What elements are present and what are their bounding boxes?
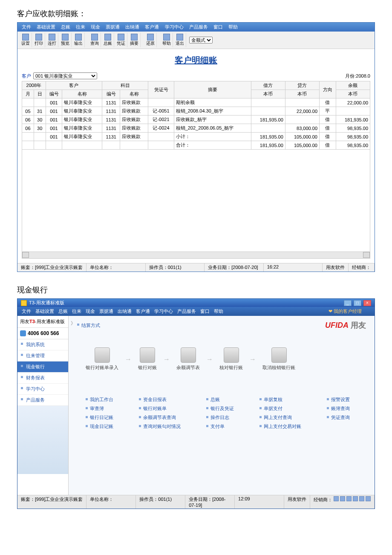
tool-gl[interactable]: 总账 [102,33,114,47]
workflow-step-4[interactable]: 取消核销银行账 [262,347,295,371]
workflow-step-3[interactable]: 核对银行账 [219,347,243,371]
menu-help[interactable]: 帮助 [228,24,238,29]
horizontal-scrollbar[interactable] [22,252,370,259]
ime-tray[interactable] [334,496,371,501]
menu-cash[interactable]: 现金 [91,24,100,29]
quick-link[interactable]: 我的工作台 [86,396,113,403]
display-mode-select[interactable]: 金额式 [189,37,213,43]
menu2-file[interactable]: 文件 [22,308,31,315]
quick-link[interactable]: 银行及凭证 [206,405,234,412]
tool-query[interactable]: 查询 [89,33,101,47]
menu-basic[interactable]: 基础设置 [37,24,55,29]
menu2-customer[interactable]: 客户通 [136,308,150,315]
tool-print[interactable]: 打印 [33,33,45,47]
scroll-left-icon[interactable] [22,252,29,258]
menu-customer[interactable]: 客户通 [145,24,159,29]
tool-output[interactable]: 输出 [72,33,85,47]
menu-bill[interactable]: 票据通 [106,24,120,29]
menu2-service[interactable]: 产品服务 [177,308,196,315]
table-row[interactable]: 合计：181,935.00105,000.00借98,935.00 [22,141,370,150]
menu2-cashier[interactable]: 出纳通 [118,308,132,315]
tool-batch-print[interactable]: 连打 [46,33,58,47]
table-row[interactable]: 0630001银川泰隆实业1131应收账款记-0024核销_202_2008.0… [22,124,370,133]
status-bar-1: 账套：[999]工业企业演示账套 单位名称： 操作员：001(1) 业务日期：[… [17,263,375,272]
table-row[interactable]: 001银川泰隆实业1131应收账款小计：181,935.00105,000.00… [22,133,370,141]
settlement-method-link[interactable]: 结算方式 [77,322,100,329]
quick-link[interactable]: 报警设置 [327,396,350,403]
workflow-step-1[interactable]: 银行对账 [138,347,157,371]
menu-window[interactable]: 窗口 [213,24,223,29]
tool-help[interactable]: 帮助 [161,33,173,47]
table-row[interactable]: 0630001银川泰隆实业1131应收账款记-0021应收账款_杨宇181,93… [22,116,370,124]
sidebar-item-0[interactable]: 我的系统 [17,339,68,350]
workflow-step-0[interactable]: 银行对账单录入 [86,347,118,371]
quick-link[interactable]: 资金日报表 [139,396,181,403]
sidebar-item-4[interactable]: 学习中心 [17,384,68,395]
arrow-icon: → [206,356,213,363]
link-column-1: 资金日报表银行对账单余额调节表查询查询对账勾对情况 [139,396,181,430]
sidebar-item-2[interactable]: 现金银行 [17,361,68,373]
sidebar-item-5[interactable]: 产品服务 [17,395,68,406]
scroll-right-icon[interactable] [363,252,370,258]
quick-link[interactable]: 操作日志 [206,414,234,421]
quick-link[interactable]: 查询对账勾对情况 [139,423,181,430]
exit-icon [176,34,183,40]
sidebar-brand: 用友T3-用友通标准版 [17,316,68,328]
menu2-gl[interactable]: 总账 [58,308,68,315]
table-row[interactable]: 0531001银川泰隆实业1131应收账款记-0051核销_2008.04.30… [22,107,370,116]
quick-link[interactable]: 现金日记账 [86,423,113,430]
workflow-step-2[interactable]: 余额调节表 [176,347,200,371]
quick-link[interactable]: 凭证查询 [327,414,350,421]
quick-link[interactable]: 银行对账单 [139,405,181,412]
menu2-bill[interactable]: 票据通 [99,308,113,315]
menu2-basic[interactable]: 基础设置 [35,308,54,315]
quick-link[interactable]: 单据支付 [259,405,301,412]
status-bizdate: 业务日期：[2008-07-20] [205,263,263,272]
quick-link[interactable]: 审查簿 [86,405,113,412]
menu2-window[interactable]: 窗口 [200,308,210,315]
menu-gl[interactable]: 总账 [61,24,70,29]
ufida-logo: UFIDA 用友 [325,320,366,330]
quick-link[interactable]: 支付单 [206,423,234,430]
quick-link[interactable]: 账簿查询 [327,405,350,412]
filter-row: 客户 001 银川泰隆实业 月份: 2008.0 [22,72,370,79]
sidebar-phone: 4006 600 566 [17,328,68,339]
quick-link[interactable]: 网上支付查询 [259,414,301,421]
menu-learn[interactable]: 学习中心 [165,24,184,29]
quick-link[interactable]: 银行日记账 [86,414,113,421]
tool-exit[interactable]: 退出 [174,33,186,47]
my-account-manager-link[interactable]: ❤ 我的客户经理 [329,308,366,315]
menu2-ar[interactable]: 往来 [72,308,81,315]
tool-summary[interactable]: 摘要 [128,33,141,47]
menu-file[interactable]: 文件 [22,24,31,29]
quick-link[interactable]: 网上支付交易对账 [259,423,301,430]
quick-link[interactable]: 余额调节表查询 [139,414,181,421]
arrow-icon: → [125,356,132,363]
help-icon [163,34,170,40]
menu-cashier[interactable]: 出纳通 [125,24,139,29]
sidebar-item-1[interactable]: 往来管理 [17,350,68,361]
table-row[interactable]: 001银川泰隆实业1131应收账款期初余额借22,000.00 [22,98,370,107]
menu2-learn[interactable]: 学习中心 [154,308,173,315]
status2-account: 账套：[999]工业企业演示账套 [17,495,86,509]
menu2-cash[interactable]: 现金 [86,308,95,315]
scroll-area[interactable] [22,150,370,252]
tool-restore[interactable]: 还原 [144,33,157,47]
maximize-button[interactable]: □ [354,300,361,306]
minimize-button[interactable]: _ [344,300,352,306]
sidebar-item-3[interactable]: 财务报表 [17,373,68,384]
tool-voucher[interactable]: 凭证 [115,33,127,47]
customer-select[interactable]: 001 银川泰隆实业 [33,72,97,79]
menu2-help[interactable]: 帮助 [214,308,223,315]
workflow-icon [271,347,287,363]
quick-link[interactable]: 单据复核 [259,396,301,403]
tool-settings[interactable]: 设置 [20,33,32,47]
th-local3: 本币 [336,90,370,98]
tool-preview[interactable]: 预览 [59,33,72,47]
menu-ar[interactable]: 往来 [76,24,85,29]
menu-service[interactable]: 产品服务 [189,24,208,29]
th-balance: 余额 [336,81,370,90]
quick-link[interactable]: 总账 [206,396,234,403]
close-button[interactable]: × [363,300,371,306]
sidebar-collapse-icon[interactable]: 》 [71,320,75,327]
